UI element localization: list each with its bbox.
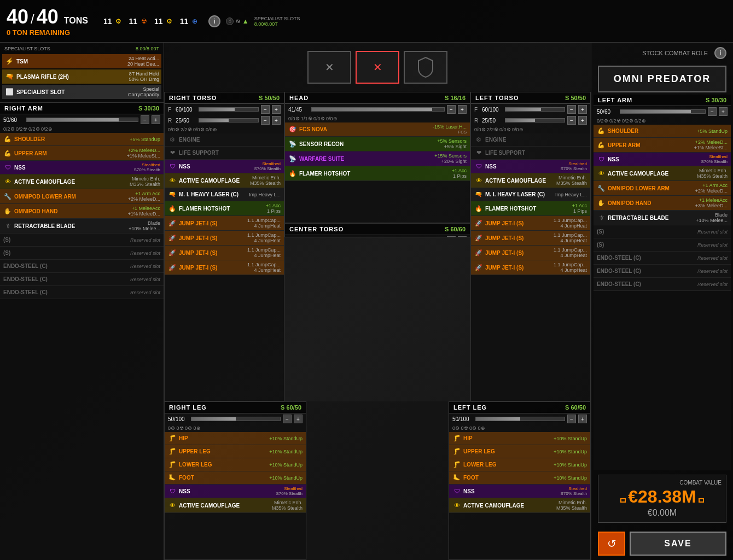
equip-endo-1-ra[interactable]: ENDO-STEEL (C) Reserved slot [0, 260, 164, 273]
rt-hp-f-minus[interactable]: − [261, 105, 270, 114]
lt-hp-r-plus[interactable]: + [578, 116, 587, 125]
head-hp-plus[interactable]: + [458, 105, 467, 114]
equip-nss-lt[interactable]: 🛡 NSS Stealthed S70% Stealth [471, 160, 590, 173]
equip-endo-2-ra[interactable]: ENDO-STEEL (C) Reserved slot [0, 273, 164, 286]
equip-engine-lt[interactable]: ⚙ ENGINE [471, 133, 590, 147]
save-button[interactable]: SAVE [630, 532, 726, 556]
equip-flamer-rt[interactable]: 🔥 FLAMER HOTSHOT +1 Acc 1 Pips [165, 201, 284, 216]
left-leg-equipment: 🦵 HIP +10% StandUp 🦵 UPPER LEG +10% Stan… [449, 432, 590, 559]
equip-flamer-head[interactable]: 🔥 FLAMER HOTSHOT +1 Acc 1 Pips [285, 166, 470, 181]
right-arm-hp-minus[interactable]: − [141, 115, 149, 124]
equip-active-camo-right-arm[interactable]: 👁 ACTIVE CAMOUFLAGE Mimetic Enh. M35% St… [0, 174, 164, 189]
equip-endo-2-la[interactable]: ENDO-STEEL (C) Reserved slot [594, 265, 731, 278]
equip-nss-rl[interactable]: 🛡 NSS Stealthed S70% Stealth [165, 485, 306, 498]
specialist-slots-value: 8.00/8.00T [254, 21, 300, 27]
right-arm-hp-plus[interactable]: + [152, 115, 160, 124]
equip-sensor-recon[interactable]: 📡 SENSOR RECON +5% Sensors +5% Sight [285, 137, 470, 151]
equip-endo-3-ra[interactable]: ENDO-STEEL (C) Reserved slot [0, 286, 164, 299]
equip-reserved-1-ra[interactable]: (S) Reserved slot [0, 234, 164, 247]
equip-mi-laser-lt[interactable]: 🔫 M. I. HEAVY LASER (C) Imp.Heavy L... [471, 188, 590, 201]
rt-hp-f-plus[interactable]: + [272, 105, 281, 114]
equip-reserved-2-la[interactable]: (S) Reserved slot [594, 238, 731, 252]
equip-warfare-suite[interactable]: 📡 WARFARE SUITE +15% Sensors +20% Sight [285, 151, 470, 166]
stock-info-button[interactable]: i [714, 47, 726, 59]
lt-hp-f-plus[interactable]: + [578, 105, 587, 114]
specialist-slot-tsm[interactable]: ⚡ TSM 24 Heat Acti... 20 Heat Dee... [2, 54, 161, 68]
equip-jj2-rt[interactable]: 🚀 JUMP JET-I (S) 1.1 JumpCap... 4 JumpHe… [165, 231, 284, 246]
lt-hp-r-minus[interactable]: − [567, 116, 576, 125]
equip-camo-ll[interactable]: 👁 ACTIVE CAMOUFLAGE Mimetic Enh. M35% St… [449, 498, 590, 513]
equip-reserved-2-ra[interactable]: (S) Reserved slot [0, 247, 164, 260]
equip-jj3-rt[interactable]: 🚀 JUMP JET-I (S) 1.1 JumpCap... 4 JumpHe… [165, 246, 284, 260]
camo-stats-ra: Mimetic Enh. M35% Stealth [130, 176, 160, 187]
lt-hp-f-minus[interactable]: − [567, 105, 576, 114]
specialist-slot-special[interactable]: ⬜ SPECIALIST SLOT Special CarryCapacity [2, 85, 161, 99]
equip-life-support-rt[interactable]: ❤ LIFE SUPPORT [165, 147, 284, 160]
equip-upper-arm-left[interactable]: 💪 UPPER ARM +2% MeleeD... +1% MeleeSt... [594, 138, 731, 153]
rt-hp-r-minus[interactable]: − [261, 116, 270, 125]
camo-name-ra: ACTIVE CAMOUFLAGE [14, 179, 127, 185]
equip-camo-rt[interactable]: 👁 ACTIVE CAMOUFLAGE Mimetic Enh. M35% St… [165, 173, 284, 188]
equip-camo-lt[interactable]: 👁 ACTIVE CAMOUFLAGE Mimetic Enh. M35% St… [471, 173, 590, 188]
equip-blade-right[interactable]: 🗡 RETRACTABLE BLADE Blade +10% Melee... [0, 219, 164, 234]
equip-lower-leg-ll[interactable]: 🦵 LOWER LEG +10% StandUp [449, 458, 590, 471]
equip-nss-la[interactable]: 🛡 NSS Stealthed S70% Stealth [594, 153, 731, 166]
left-arm-hp-minus[interactable]: − [708, 107, 717, 116]
equip-jj1-lt[interactable]: 🚀 JUMP JET-I (S) 1.1 JumpCap... 4 JumpHe… [471, 216, 590, 231]
omnipod-hand-icon-r: ✋ [3, 207, 12, 215]
equip-upper-leg-rl[interactable]: 🦵 UPPER LEG +10% StandUp [165, 445, 306, 458]
equip-jj2-lt[interactable]: 🚀 JUMP JET-I (S) 1.1 JumpCap... 4 JumpHe… [471, 231, 590, 246]
equip-foot-ll[interactable]: 🦶 FOOT +10% StandUp [449, 471, 590, 485]
equip-camo-rl[interactable]: 👁 ACTIVE CAMOUFLAGE Mimetic Enh. M35% St… [165, 498, 306, 513]
center-leg-spacer [307, 401, 448, 560]
equip-jj1-rt[interactable]: 🚀 JUMP JET-I (S) 1.1 JumpCap... 4 JumpHe… [165, 216, 284, 231]
mech-btn-2[interactable]: ✕ [356, 51, 399, 84]
equip-jj3-lt[interactable]: 🚀 JUMP JET-I (S) 1.1 JumpCap... 4 JumpHe… [471, 246, 590, 260]
equip-nss-right-arm[interactable]: 🛡 NSS Stealthed S70% Stealth [0, 161, 164, 174]
undo-button[interactable]: ↺ [598, 532, 625, 556]
equip-jj4-lt[interactable]: 🚀 JUMP JET-I (S) 1.1 JumpCap... 4 JumpHe… [471, 260, 590, 275]
equip-fcs-nova[interactable]: 🎯 FCS NOVA -15% Laser.H... FCS [285, 122, 470, 137]
equip-omnipod-hand-left[interactable]: ✋ OMNIPOD HAND +1 MeleeAcc +3% MeleeD... [594, 196, 731, 211]
mech-btn-1[interactable]: ✕ [307, 51, 351, 84]
equip-omnipod-lower-right[interactable]: 🔧 OMNIPOD LOWER ARM +1 Arm Acc +2% Melee… [0, 189, 164, 204]
equip-camo-la[interactable]: 👁 ACTIVE CAMOUFLAGE Mimetic Enh. M35% St… [594, 166, 731, 181]
equip-life-support-lt[interactable]: ❤ LIFE SUPPORT [471, 147, 590, 160]
equip-blade-left[interactable]: 🗡 RETRACTABLE BLADE Blade +10% Melee... [594, 211, 731, 225]
equip-upper-leg-ll[interactable]: 🦵 UPPER LEG +10% StandUp [449, 445, 590, 458]
weight-unit: TONS [64, 16, 88, 26]
equip-nss-ll[interactable]: 🛡 NSS Stealthed S70% Stealth [449, 485, 590, 498]
engine-icon-lt: ⚙ [474, 136, 483, 144]
left-torso-title: LEFT TORSO [475, 95, 519, 101]
mech-btn-3[interactable] [404, 51, 447, 84]
rl-hp-plus[interactable]: + [294, 415, 302, 423]
equip-upper-arm-right[interactable]: 💪 UPPER ARM +2% MeleeD... +1% MeleeSt... [0, 146, 164, 161]
specialist-slot-rifle[interactable]: 🔫 PLASMA RIFLE (2H) 8T Hand Held 50% OH … [2, 69, 161, 84]
equip-engine-rt[interactable]: ⚙ ENGINE [165, 133, 284, 147]
rt-hp-r-plus[interactable]: + [272, 116, 281, 125]
equip-hip-rl[interactable]: 🦵 HIP +10% StandUp [165, 432, 306, 445]
blade-name-r: RETRACTABLE BLADE [14, 223, 126, 229]
left-arm-hp-plus[interactable]: + [719, 107, 728, 116]
equip-mi-laser-rt[interactable]: 🔫 M. I. HEAVY LASER (C) Imp.Heavy L... [165, 188, 284, 201]
info-button[interactable]: i [208, 15, 220, 27]
ll-hp-minus[interactable]: − [567, 415, 576, 423]
equip-flamer-lt[interactable]: 🔥 FLAMER HOTSHOT +1 Acc 1 Pips [471, 201, 590, 216]
equip-foot-rl[interactable]: 🦶 FOOT +10% StandUp [165, 471, 306, 485]
equip-shoulder-right[interactable]: 💪 SHOULDER +5% StandUp [0, 133, 164, 146]
equip-lower-leg-rl[interactable]: 🦵 LOWER LEG +10% StandUp [165, 458, 306, 471]
equip-shoulder-left[interactable]: 💪 SHOULDER +5% StandUp [594, 125, 731, 138]
equip-endo-1-la[interactable]: ENDO-STEEL (C) Reserved slot [594, 252, 731, 265]
ll-hp-plus[interactable]: + [578, 415, 587, 423]
equip-omnipod-lower-left[interactable]: 🔧 OMNIPOD LOWER ARM +1 Arm Acc +2% Melee… [594, 181, 731, 196]
reserved-1-name-ra: (S) [3, 237, 128, 243]
equip-nss-rt[interactable]: 🛡 NSS Stealthed S70% Stealth [165, 160, 284, 173]
equip-endo-3-la[interactable]: ENDO-STEEL (C) Reserved slot [594, 278, 731, 291]
head-hp-minus[interactable]: − [447, 105, 456, 114]
equip-omnipod-hand-right[interactable]: ✋ OMNIPOD HAND +1 MeleeAcc +1% MeleeD... [0, 204, 164, 219]
equip-hip-ll[interactable]: 🦵 HIP +10% StandUp [449, 432, 590, 445]
equip-reserved-1-la[interactable]: (S) Reserved slot [594, 225, 731, 238]
left-arm-slots: S 30/30 [706, 97, 726, 103]
rl-hp-minus[interactable]: − [283, 415, 292, 423]
equip-jj4-rt[interactable]: 🚀 JUMP JET-I (S) 1.1 JumpCap... 4 JumpHe… [165, 260, 284, 275]
